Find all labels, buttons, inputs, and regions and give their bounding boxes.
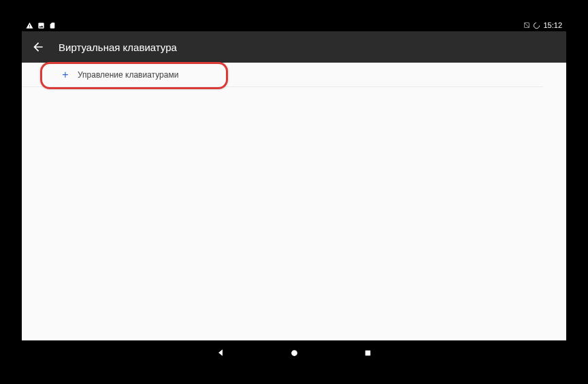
sdcard-icon xyxy=(49,22,56,29)
image-icon xyxy=(37,22,45,29)
page-title: Виртуальная клавиатура xyxy=(59,42,177,53)
nav-recent-button[interactable] xyxy=(361,347,374,359)
status-right: 15:12 xyxy=(523,21,562,29)
screen: 15:12 Виртуальная клавиатура + Управлени… xyxy=(22,19,566,365)
warning-icon xyxy=(26,22,33,29)
manage-keyboards-item[interactable]: + Управление клавиатурами xyxy=(22,63,543,87)
content-area: + Управление клавиатурами xyxy=(22,63,566,340)
back-button[interactable] xyxy=(31,40,45,54)
manage-keyboards-label: Управление клавиатурами xyxy=(78,70,178,80)
device-frame: 15:12 Виртуальная клавиатура + Управлени… xyxy=(0,0,588,384)
plus-icon: + xyxy=(60,69,71,80)
svg-rect-2 xyxy=(365,350,370,355)
loading-icon xyxy=(533,22,540,29)
action-bar: Виртуальная клавиатура xyxy=(22,31,566,63)
navigation-bar xyxy=(22,340,566,365)
status-time: 15:12 xyxy=(543,21,562,29)
svg-point-1 xyxy=(291,350,297,356)
status-bar: 15:12 xyxy=(22,19,566,31)
no-sim-icon xyxy=(523,22,530,29)
nav-back-button[interactable] xyxy=(214,347,227,359)
nav-home-button[interactable] xyxy=(288,347,300,359)
svg-point-0 xyxy=(534,22,540,28)
status-left xyxy=(26,22,56,29)
